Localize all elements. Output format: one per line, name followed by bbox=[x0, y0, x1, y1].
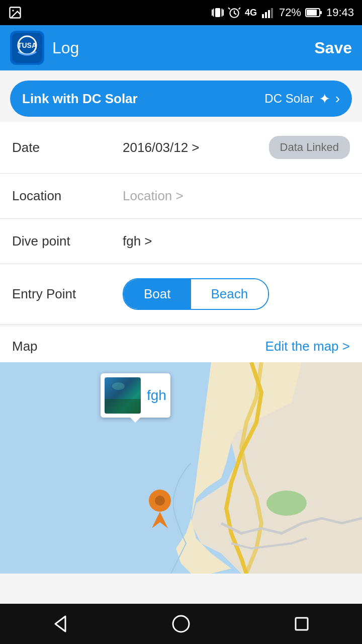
date-value: 2016/03/12 > bbox=[123, 140, 200, 155]
network-label: 4G bbox=[245, 8, 257, 18]
dc-solar-chevron-icon: › bbox=[335, 91, 340, 107]
svg-rect-16 bbox=[320, 11, 322, 14]
recents-icon bbox=[292, 614, 312, 634]
popup-thumbnail bbox=[105, 377, 141, 414]
svg-rect-10 bbox=[262, 14, 264, 18]
vibrate-icon bbox=[212, 6, 224, 19]
svg-text:TUSA: TUSA bbox=[18, 41, 37, 49]
home-button[interactable] bbox=[171, 614, 191, 634]
alarm-icon bbox=[228, 6, 241, 19]
map-popup: fgh bbox=[101, 373, 170, 418]
map-background bbox=[0, 362, 362, 574]
form-section: Date 2016/03/12 > Data Linked Location L… bbox=[0, 122, 362, 325]
popup-location-label: fgh bbox=[147, 387, 166, 404]
app-logo: TUSA bbox=[10, 31, 44, 65]
map-section: Map Edit the map > fgh bbox=[0, 327, 362, 574]
back-button[interactable] bbox=[50, 614, 70, 634]
svg-marker-24 bbox=[55, 616, 65, 631]
svg-rect-2 bbox=[215, 8, 220, 17]
svg-point-25 bbox=[173, 616, 189, 632]
dive-point-label: Dive point bbox=[12, 233, 123, 249]
map-container[interactable]: fgh bbox=[0, 362, 362, 574]
status-left bbox=[8, 6, 22, 20]
location-label: Location bbox=[12, 188, 123, 204]
dive-point-value: fgh > bbox=[123, 233, 152, 249]
map-header: Map Edit the map > bbox=[0, 327, 362, 362]
home-icon bbox=[171, 614, 191, 634]
location-row[interactable]: Location Location > bbox=[0, 174, 362, 219]
entry-point-toggle: Boat Beach bbox=[123, 278, 269, 310]
save-button[interactable]: Save bbox=[314, 39, 352, 57]
time-display: 19:43 bbox=[326, 6, 354, 19]
map-pin-icon bbox=[145, 488, 175, 528]
dc-solar-brand: DC Solar bbox=[264, 92, 313, 106]
entry-beach-button[interactable]: Beach bbox=[191, 279, 268, 309]
status-bar: 4G 72% 19:43 bbox=[0, 0, 362, 25]
battery-icon bbox=[305, 8, 322, 18]
battery-percent: 72% bbox=[279, 6, 301, 19]
svg-rect-12 bbox=[268, 10, 270, 18]
entry-boat-button[interactable]: Boat bbox=[124, 279, 191, 309]
recents-button[interactable] bbox=[292, 614, 312, 634]
svg-point-1 bbox=[12, 10, 14, 12]
svg-rect-26 bbox=[296, 618, 308, 630]
dc-solar-link-label: Link with DC Solar bbox=[22, 91, 138, 107]
dc-solar-banner[interactable]: Link with DC Solar DC Solar ✦ › bbox=[10, 80, 352, 117]
svg-line-9 bbox=[239, 8, 240, 9]
location-value: Location > bbox=[123, 188, 184, 204]
date-label: Date bbox=[12, 140, 123, 155]
svg-rect-15 bbox=[307, 10, 317, 16]
svg-point-21 bbox=[266, 491, 307, 516]
svg-line-8 bbox=[228, 8, 230, 9]
dc-solar-right: DC Solar ✦ › bbox=[264, 91, 340, 107]
entry-point-row: Entry Point Boat Beach bbox=[0, 264, 362, 325]
image-icon bbox=[8, 6, 22, 20]
dc-solar-star-icon: ✦ bbox=[319, 91, 330, 107]
svg-rect-13 bbox=[271, 8, 273, 18]
data-linked-button[interactable]: Data Linked bbox=[269, 136, 350, 159]
app-bar-left: TUSA Log bbox=[10, 31, 79, 65]
app-title: Log bbox=[52, 39, 79, 57]
bottom-nav bbox=[0, 604, 362, 644]
map-pin bbox=[145, 488, 175, 530]
status-right: 4G 72% 19:43 bbox=[212, 6, 354, 19]
back-icon bbox=[50, 614, 70, 634]
entry-point-label: Entry Point bbox=[12, 286, 123, 302]
app-bar: TUSA Log Save bbox=[0, 25, 362, 70]
svg-point-23 bbox=[155, 496, 165, 506]
svg-rect-11 bbox=[265, 12, 267, 18]
map-label: Map bbox=[12, 339, 38, 354]
dive-point-row[interactable]: Dive point fgh > bbox=[0, 219, 362, 264]
edit-map-link[interactable]: Edit the map > bbox=[265, 339, 350, 354]
signal-icon bbox=[261, 7, 275, 18]
tusa-logo-icon: TUSA bbox=[12, 33, 42, 63]
date-row[interactable]: Date 2016/03/12 > Data Linked bbox=[0, 122, 362, 174]
